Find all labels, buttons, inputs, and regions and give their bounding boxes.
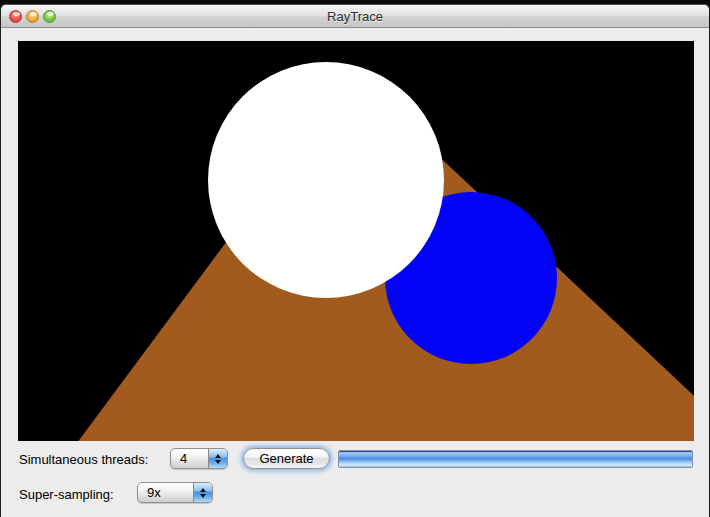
stepper-arrows-icon[interactable] <box>193 483 212 502</box>
arrow-up-icon <box>215 454 221 458</box>
raytrace-render-canvas <box>18 41 694 441</box>
white-sphere <box>208 62 444 298</box>
supersampling-label: Super-sampling: <box>19 487 114 502</box>
supersampling-value: 9x <box>138 483 193 502</box>
rendered-scene <box>18 41 694 441</box>
threads-value: 4 <box>171 449 208 468</box>
progress-bar-fill <box>339 451 692 467</box>
raytrace-window: RayTrace Simultaneous threads: 4 Generat… <box>0 4 710 517</box>
supersampling-stepper[interactable]: 9x <box>137 482 213 503</box>
arrow-down-icon <box>215 460 221 464</box>
progress-bar <box>338 450 693 468</box>
stepper-arrows-icon[interactable] <box>208 449 227 468</box>
arrow-down-icon <box>200 494 206 498</box>
threads-stepper[interactable]: 4 <box>170 448 228 469</box>
arrow-up-icon <box>200 488 206 492</box>
threads-label: Simultaneous threads: <box>19 452 148 467</box>
window-title: RayTrace <box>1 9 709 24</box>
generate-button[interactable]: Generate <box>243 448 330 469</box>
titlebar[interactable]: RayTrace <box>1 5 709 28</box>
